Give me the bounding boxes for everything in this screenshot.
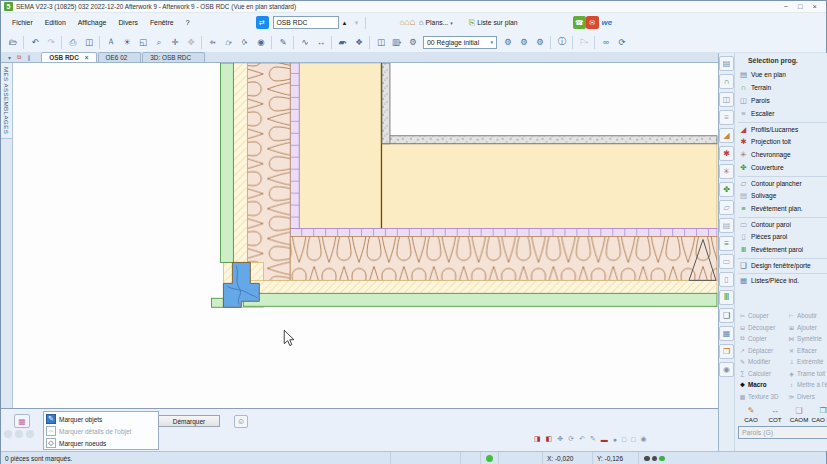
liste-sur-plan-button[interactable]: ⎘ Liste sur plan: [466, 17, 521, 29]
sidebar-item-escalier[interactable]: ≡ Escalier: [738, 107, 827, 120]
plans-button[interactable]: ⌂ Plans... ▾: [416, 17, 456, 28]
remote-support-icon[interactable]: ⇄: [256, 16, 269, 29]
strip-parois-icon[interactable]: ◫: [719, 92, 734, 107]
phone-icon[interactable]: ☎: [573, 16, 586, 29]
tab-dropdown-icon[interactable]: ▾: [8, 54, 11, 61]
cao-button[interactable]: ✎ CAO: [739, 406, 763, 423]
mail-icon[interactable]: ✉: [586, 16, 599, 29]
sidebar-item-revetement-paroi[interactable]: Ⅲ Revêtement paroi: [738, 243, 827, 256]
strip-toit-icon[interactable]: ◢: [719, 128, 734, 143]
sidebar-item-projection-toit[interactable]: ✱ Projection toit: [738, 135, 827, 148]
view-up-button[interactable]: ▲: [339, 20, 351, 26]
panel-list-icon[interactable]: ▥▾: [389, 35, 404, 50]
pause-icon[interactable]: ∥: [27, 54, 30, 61]
strip-design-icon[interactable]: ❑: [719, 308, 734, 323]
sidebar-item-profils-lucarnes[interactable]: ◢ Profils/Lucarnes: [738, 122, 827, 135]
marker-nodes-row[interactable]: ◇ Marquer noeuds: [46, 437, 156, 449]
sphere-icon[interactable]: [4, 430, 12, 438]
cot-button[interactable]: ↔ COT: [763, 406, 787, 423]
strip-rev-paroi-icon[interactable]: Ⅲ: [719, 290, 734, 305]
strip-texture-icon[interactable]: ❒: [719, 344, 734, 359]
user-settings-icon[interactable]: ⚙: [405, 35, 420, 50]
marker-objects-row[interactable]: ✎ Marquer objets: [46, 413, 156, 425]
action-extremite[interactable]: ⊥ Extrémité: [787, 356, 827, 368]
perspective-icon[interactable]: ◊▾: [237, 35, 252, 50]
layer-color-icon[interactable]: ▰▾: [335, 35, 350, 50]
action-ajouter[interactable]: ⊞ Ajouter: [787, 322, 827, 334]
sidebar-item-contour-paroi[interactable]: ▭ Contour paroi: [738, 217, 827, 230]
strip-couverture-icon[interactable]: ✤: [719, 182, 734, 197]
select-box2-icon[interactable]: □: [631, 436, 635, 443]
action-decouper[interactable]: ⊟ Découper: [738, 322, 787, 334]
sidebar-item-vue-en-plan[interactable]: ▤ Vue en plan: [738, 68, 827, 81]
find-text-icon[interactable]: Ａ: [103, 35, 118, 50]
print-preview-icon[interactable]: ◫: [81, 35, 96, 50]
settings-combo[interactable]: 00 Réglage initial▾: [423, 36, 497, 49]
grid-pattern-button[interactable]: ▦: [14, 414, 30, 428]
strip-rev-plan-icon[interactable]: ≡: [719, 236, 734, 251]
pan-hand-icon[interactable]: ✥: [183, 35, 198, 50]
beam-tool-icon[interactable]: ▬: [601, 436, 608, 443]
strip-contour-paroi-icon[interactable]: ▭: [719, 254, 734, 269]
sidebar-item-contour-plancher[interactable]: ▱ Contour plancher: [738, 176, 827, 189]
action-couper[interactable]: ✂ Couper: [738, 310, 787, 322]
tab-oe6-02[interactable]: OE6 02: [98, 52, 142, 62]
cao3d-button[interactable]: ❒ CAO 3D: [811, 406, 827, 423]
strip-chevron-icon[interactable]: ✳: [719, 164, 734, 179]
panel-header[interactable]: Sélection prog. ▾: [738, 55, 827, 68]
sidebar-item-couverture[interactable]: ✤ Couverture: [738, 161, 827, 174]
undo-icon[interactable]: ↶: [27, 35, 42, 50]
float-window-icon[interactable]: ⧉: [17, 54, 21, 61]
save-settings-icon[interactable]: ⚙: [516, 35, 531, 50]
fit-page-icon[interactable]: ◱: [135, 35, 150, 50]
redo-icon[interactable]: ↷: [43, 35, 58, 50]
info-icon[interactable]: ⓘ: [554, 35, 569, 50]
open-folder-icon[interactable]: 🗁: [5, 35, 20, 50]
menu-item[interactable]: Fichier: [6, 17, 39, 28]
print-icon[interactable]: ⎙: [65, 35, 80, 50]
view-down-button[interactable]: ▼: [350, 20, 362, 26]
zoom-icon[interactable]: ⌕: [151, 35, 166, 50]
target-icon[interactable]: ◉: [640, 435, 646, 443]
action-macro[interactable]: ❖ Macro: [738, 379, 787, 391]
tab-osb-rdc[interactable]: OSB RDC×: [41, 52, 96, 62]
gear-icon[interactable]: ⚙: [532, 35, 547, 50]
strip-eye-icon[interactable]: ◉: [719, 362, 734, 377]
brightness-icon[interactable]: ☀: [119, 35, 134, 50]
layer-combo[interactable]: Parois (G)▾: [738, 426, 827, 439]
flag-icon[interactable]: ⚐▾: [576, 35, 591, 50]
minimize-button[interactable]: −: [784, 2, 788, 12]
demarquer-button[interactable]: Démarquer: [158, 415, 220, 427]
sidebar-item-parois[interactable]: ◫ Parois: [738, 94, 827, 107]
action-copier[interactable]: ⧉ Copier: [738, 333, 787, 345]
sphere-icon[interactable]: [26, 430, 34, 438]
menu-item[interactable]: Affichage: [72, 17, 113, 28]
sidebar-item-chevronnage[interactable]: ✳ Chevronnage: [738, 148, 827, 161]
sidebar-item-listes-piece-ind[interactable]: ▦ Listes/Pièce ind.: [738, 273, 827, 286]
eye-icon[interactable]: ◉: [253, 35, 268, 50]
sidebar-item-terrain[interactable]: ∩ Terrain: [738, 81, 827, 94]
select-box-icon[interactable]: □: [622, 436, 626, 443]
curve-icon[interactable]: ∿: [297, 35, 312, 50]
strip-projection-icon[interactable]: ✱: [719, 146, 734, 161]
menu-item[interactable]: ?: [180, 17, 196, 28]
strip-terrain-icon[interactable]: ∩: [719, 74, 734, 89]
action-divers[interactable]: ≫ Divers: [787, 391, 827, 403]
sidebar-item-solivage[interactable]: ▤ Solivage: [738, 189, 827, 202]
pan-icon[interactable]: ✛: [167, 35, 182, 50]
action-texture-3d[interactable]: ▩ Texture 3D: [738, 391, 787, 403]
action-aboutir[interactable]: ⊢ Aboutir: [787, 310, 827, 322]
strip-pieces-icon[interactable]: ▯: [719, 272, 734, 287]
person-select-button[interactable]: ☺: [234, 415, 248, 428]
action-calculer[interactable]: ∑ Calculer: [738, 368, 787, 380]
node-tool-icon[interactable]: ●: [613, 436, 617, 443]
move-tool-icon[interactable]: ✥: [557, 435, 563, 443]
dimension-icon[interactable]: ↔: [313, 35, 328, 50]
undo-small-icon[interactable]: ↶: [579, 435, 585, 443]
edit-small-icon[interactable]: ✎: [590, 435, 596, 443]
measure-icon[interactable]: ⌖▾: [205, 35, 220, 50]
mark-swap-icon[interactable]: ◧: [546, 435, 553, 443]
house-view-icon[interactable]: ⌂▾: [221, 35, 236, 50]
pencil-icon[interactable]: ✎: [275, 35, 290, 50]
drawing-canvas[interactable]: [13, 63, 718, 408]
